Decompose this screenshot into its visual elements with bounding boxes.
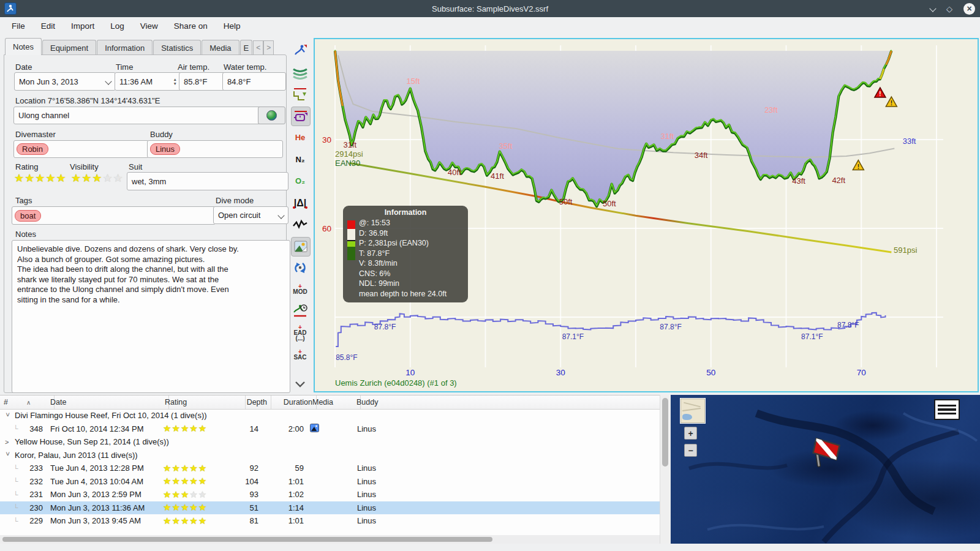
star-icon: ★ (24, 172, 35, 184)
map-globe-button[interactable] (258, 107, 285, 124)
photos-icon[interactable] (291, 237, 311, 257)
visibility-stars[interactable]: ★★★★★ (71, 171, 124, 185)
star-icon: ★ (102, 172, 113, 184)
dive-list-vertical-scrollbar[interactable] (660, 395, 669, 544)
tab-scroll-right-icon[interactable]: > (263, 40, 274, 55)
svg-text:87.1°F: 87.1°F (562, 332, 584, 341)
rating-stars: ★★★★★ (163, 502, 207, 513)
calculated-ceiling-icon[interactable]: |Δ| (291, 193, 309, 212)
dive-row-232[interactable]: └232Tue Jun 4, 2013 10:04 AM★★★★★1041:01… (0, 475, 660, 489)
dive-row-233[interactable]: └233Tue Jun 4, 2013 12:28 PM★★★★★9259Lin… (0, 462, 660, 475)
tank-pressure-icon[interactable] (291, 107, 311, 126)
water-temp-field[interactable]: 84.8°F (222, 72, 286, 91)
trip-row[interactable]: >Divi Flamingo House Reef, Fri Oct 10, 2… (0, 409, 660, 422)
map-overview-inset[interactable] (680, 399, 705, 423)
time-label: Time (116, 62, 133, 72)
menu-import[interactable]: Import (63, 17, 102, 35)
suit-input[interactable]: wet, 3mm (127, 172, 288, 190)
helium-graph-icon[interactable]: He (291, 129, 309, 147)
minimize-icon[interactable] (930, 6, 935, 11)
svg-text:31ft: 31ft (344, 140, 357, 149)
tags-input[interactable]: boat (12, 206, 216, 225)
tab-equipment[interactable]: Equipment (42, 40, 96, 55)
time-spinner[interactable]: 11:36 AM ▲▼ (115, 72, 182, 91)
svg-text:35ft: 35ft (499, 141, 513, 151)
date-combobox[interactable]: Mon Jun 3, 2013 (14, 72, 116, 91)
dive-row-230[interactable]: └230Mon Jun 3, 2013 11:36 AM★★★★★511:14L… (0, 501, 660, 515)
close-icon[interactable]: × (963, 3, 975, 15)
location-label: Location 7°16'58.386"N 134°14'43.631"E (15, 96, 160, 105)
dive-row-231[interactable]: └231Mon Jun 3, 2013 2:59 PM★★★★★931:02Li… (0, 488, 660, 501)
menu-edit[interactable]: Edit (33, 17, 63, 35)
svg-text:50ft: 50ft (559, 197, 573, 206)
sort-ascending-icon[interactable]: ∧ (26, 399, 31, 406)
divemaster-input[interactable]: Robin (13, 140, 149, 158)
scroll-down-icon[interactable] (291, 375, 309, 393)
trip-row[interactable]: >Koror, Palau, Jun 2013 (11 dive(s)) (0, 449, 660, 462)
dive-computer-icon[interactable] (291, 42, 309, 60)
info-box-row: D: 36.9ft (343, 228, 468, 239)
oxygen-graph-icon[interactable]: O₂ (291, 171, 309, 190)
dive-list-header[interactable]: #∧DateRatingDepthDurationMediaBuddy (0, 395, 660, 410)
ead-icon[interactable]: +EAD(...) (291, 323, 309, 342)
star-icon: ★ (113, 172, 124, 184)
map-zoom-in-button[interactable]: + (684, 427, 697, 440)
dive-mode-label: Dive mode (216, 196, 254, 205)
star-icon: ★ (45, 172, 56, 184)
dc-ceiling-icon[interactable] (291, 302, 309, 320)
dive-row-348[interactable]: └348Fri Oct 10, 2014 12:34 PM★★★★★142:00… (0, 422, 660, 436)
waves-icon[interactable] (291, 63, 309, 81)
trip-row[interactable]: >Yellow House, Sun Sep 21, 2014 (1 dive(… (0, 435, 660, 449)
dive-site-map[interactable]: + − (671, 395, 980, 544)
column-header-date[interactable]: Date (47, 395, 169, 409)
buddy-input[interactable]: Linus (147, 140, 283, 158)
column-header-rating[interactable]: Rating (161, 395, 246, 409)
rating-stars[interactable]: ★★★★★ (14, 171, 67, 185)
location-input[interactable]: Ulong channel (13, 107, 266, 124)
menu-share-on[interactable]: Share on (166, 17, 216, 35)
expand-caret-icon[interactable]: > (5, 438, 11, 446)
mod-icon[interactable]: +MOD (291, 280, 309, 298)
menu-file[interactable]: File (4, 17, 33, 35)
notes-textarea[interactable]: Unbelievable dive. Dozens and dozens of … (12, 240, 290, 393)
maximize-icon[interactable]: ◇ (946, 4, 952, 13)
rating-stars: ★★★★★ (163, 423, 207, 434)
map-menu-icon[interactable] (934, 399, 960, 420)
collapse-caret-icon[interactable]: > (4, 452, 12, 458)
menu-help[interactable]: Help (216, 17, 249, 35)
dive-profile-chart[interactable]: 85.8°F87.8°F87.1°F87.8°F87.1°F87.8°F1030… (314, 38, 979, 392)
tab-information[interactable]: Information (97, 40, 153, 55)
column-header-buddy[interactable]: Buddy (353, 395, 668, 409)
dive-list-horizontal-scrollbar[interactable] (0, 535, 660, 544)
divemaster-tag: Robin (17, 143, 48, 155)
svg-text:30: 30 (556, 368, 565, 377)
dive-mode-combobox[interactable]: Open circuit (213, 206, 288, 224)
tab-scroll-left-icon[interactable]: < (253, 40, 263, 55)
menu-view[interactable]: View (132, 17, 166, 35)
dive-flag-marker[interactable] (807, 430, 850, 473)
svg-text:70: 70 (857, 368, 866, 377)
air-temp-field[interactable]: 85.8°F (179, 72, 228, 91)
rebreather-icon[interactable] (291, 258, 309, 277)
star-icon: ★ (92, 172, 102, 184)
buddy-label: Buddy (150, 130, 173, 139)
tab-e[interactable]: E (240, 40, 253, 55)
heartrate-icon[interactable] (291, 215, 309, 233)
profile-ruler-icon[interactable] (291, 85, 309, 103)
collapse-caret-icon[interactable]: > (4, 413, 12, 419)
dive-row-229[interactable]: └229Mon Jun 3, 2013 9:45 AM★★★★★811:01Li… (0, 514, 660, 528)
map-zoom-out-button[interactable]: − (684, 444, 697, 457)
info-box-row: CNS: 6% (343, 269, 468, 279)
nitrogen-graph-icon[interactable]: N₂ (291, 150, 309, 168)
menu-log[interactable]: Log (102, 17, 132, 35)
tab-media[interactable]: Media (202, 40, 239, 55)
star-icon: ★ (71, 172, 81, 184)
tab-notes[interactable]: Notes (5, 38, 42, 55)
info-box-row: @: 15:53 (343, 218, 468, 228)
sac-icon[interactable]: +SAC (291, 345, 309, 364)
info-box-row: mean depth to here 24.0ft (343, 289, 468, 299)
rating-label: Rating (15, 162, 39, 171)
spinner-arrows-icon[interactable]: ▲▼ (173, 77, 177, 86)
chevron-down-icon (105, 78, 111, 84)
tab-statistics[interactable]: Statistics (153, 40, 201, 55)
